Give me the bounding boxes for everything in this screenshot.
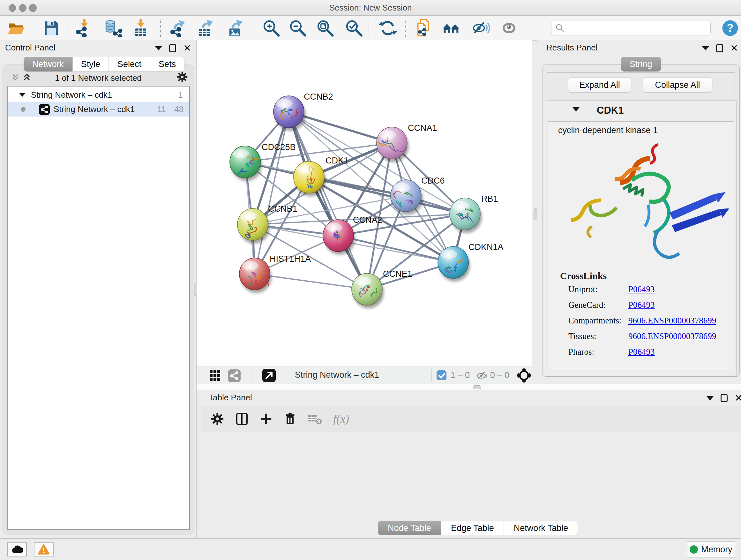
delete-column-icon[interactable] bbox=[283, 412, 297, 426]
string-home-button[interactable] bbox=[442, 18, 461, 38]
eye-icon bbox=[500, 19, 518, 37]
expand-all-button[interactable]: Expand All bbox=[568, 77, 631, 92]
hide-glass-eye-button[interactable] bbox=[472, 18, 491, 38]
network-collection-row[interactable]: String Network – cdk1 1 bbox=[8, 88, 189, 102]
import-network-icon bbox=[74, 19, 93, 37]
glass-eye-button[interactable] bbox=[499, 18, 519, 38]
tab-network[interactable]: Network bbox=[23, 57, 72, 71]
crosslink-value-link[interactable]: 9606.ENSP00000378699 bbox=[628, 316, 716, 326]
tab-network-table[interactable]: Network Table bbox=[504, 521, 578, 535]
zoom-out-button[interactable] bbox=[288, 18, 307, 38]
collection-count: 1 bbox=[179, 90, 183, 100]
svg-text:RB1: RB1 bbox=[481, 194, 498, 204]
tab-style[interactable]: Style bbox=[72, 57, 109, 71]
crosslink-label: Compartments: bbox=[568, 316, 628, 326]
network-node-CDKN1A[interactable] bbox=[438, 246, 470, 282]
tree-collapse-icon[interactable] bbox=[19, 93, 25, 97]
export-network-button[interactable] bbox=[169, 18, 188, 38]
zoom-fit-button[interactable] bbox=[316, 18, 335, 38]
gear-icon[interactable] bbox=[177, 71, 188, 83]
tab-edge-table[interactable]: Edge Table bbox=[441, 521, 504, 535]
import-table-button[interactable] bbox=[131, 18, 151, 38]
show-columns-icon[interactable] bbox=[235, 412, 249, 426]
collapse-entry-icon[interactable] bbox=[572, 107, 580, 111]
network-node-HIST1H1A[interactable] bbox=[239, 258, 272, 293]
table-gear-icon[interactable] bbox=[211, 412, 224, 426]
network-node-CCNE1[interactable] bbox=[352, 273, 384, 308]
selected-count: 1 – 0 bbox=[451, 370, 470, 380]
export-image-button[interactable] bbox=[226, 18, 245, 38]
splitter-handle[interactable] bbox=[473, 385, 481, 389]
open-session-button[interactable] bbox=[6, 18, 25, 38]
network-node-CCNA1[interactable] bbox=[377, 127, 409, 162]
document-share-icon bbox=[415, 19, 433, 37]
network-node-count: 11 bbox=[157, 105, 166, 114]
status-bar: Memory bbox=[0, 538, 741, 560]
network-node-CCNA2[interactable] bbox=[323, 220, 355, 255]
toolbar-separator bbox=[252, 369, 253, 382]
tab-node-table[interactable]: Node Table bbox=[378, 521, 441, 535]
crosslink-label: Uniprot: bbox=[568, 285, 628, 294]
network-node-CDK1[interactable] bbox=[293, 161, 326, 196]
import-network-from-database-button[interactable] bbox=[104, 18, 123, 38]
delete-table-icon bbox=[308, 413, 322, 425]
share-document-button[interactable] bbox=[414, 18, 434, 38]
control-panel-close-icon[interactable]: ✕ bbox=[183, 45, 191, 51]
tab-sets[interactable]: Sets bbox=[150, 57, 185, 71]
table-panel-title: Table Panel bbox=[209, 393, 252, 402]
cloud-button[interactable] bbox=[7, 543, 27, 557]
node-result-name: CDK1 bbox=[597, 105, 623, 116]
table-panel-close-icon[interactable]: ✕ bbox=[735, 395, 741, 401]
memory-button[interactable]: Memory bbox=[687, 542, 735, 557]
network-node-RB1[interactable] bbox=[450, 198, 482, 233]
save-session-button[interactable] bbox=[42, 18, 61, 38]
export-network-icon bbox=[169, 19, 187, 37]
selected-checkbox-icon[interactable] bbox=[436, 370, 447, 380]
tab-select[interactable]: Select bbox=[109, 57, 150, 71]
control-panel-float-icon[interactable] bbox=[169, 44, 176, 52]
birds-eye-view-icon[interactable] bbox=[209, 370, 221, 381]
crosslink-value-link[interactable]: P06493 bbox=[628, 347, 655, 357]
hidden-eye-slash-icon[interactable] bbox=[475, 369, 488, 382]
collapse-all-button[interactable]: Collapse All bbox=[643, 77, 712, 92]
results-panel-float-icon[interactable] bbox=[716, 44, 723, 52]
refresh-button[interactable] bbox=[378, 18, 397, 38]
detach-view-icon[interactable] bbox=[262, 369, 276, 382]
toolbar-separator bbox=[368, 19, 369, 37]
table-panel-float-icon[interactable] bbox=[721, 394, 728, 402]
export-table-button[interactable] bbox=[196, 18, 215, 38]
crosslink-value-link[interactable]: P06493 bbox=[628, 285, 655, 294]
help-button[interactable]: ? bbox=[721, 18, 740, 38]
cloud-icon bbox=[10, 545, 23, 554]
fit-selected-crosshair-icon[interactable] bbox=[517, 368, 531, 382]
search-input[interactable] bbox=[567, 22, 709, 33]
svg-text:CCNB2: CCNB2 bbox=[304, 92, 333, 102]
toolbar-separator bbox=[69, 19, 69, 37]
string-panel-icon[interactable] bbox=[228, 369, 241, 382]
network-canvas[interactable]: CCNB2CCNA1CDC25BCDK1CDC6RB1CCNB1CCNA2CDK… bbox=[197, 40, 532, 367]
horizontal-splitter[interactable] bbox=[197, 384, 741, 390]
zoom-selected-button[interactable] bbox=[344, 18, 363, 38]
network-row[interactable]: String Network – cdk1 11 48 bbox=[8, 102, 189, 117]
results-panel-menu-icon[interactable] bbox=[702, 46, 709, 51]
zoom-in-button[interactable] bbox=[262, 18, 281, 38]
zoom-out-icon bbox=[288, 19, 307, 37]
search-field bbox=[551, 20, 711, 36]
tab-string[interactable]: String bbox=[621, 57, 661, 71]
table-panel-menu-icon[interactable] bbox=[706, 396, 714, 400]
warnings-button[interactable] bbox=[34, 543, 54, 557]
control-panel-menu-icon[interactable] bbox=[155, 46, 162, 51]
string-results-container: Expand All Collapse All CDK1 cyclin-depe… bbox=[542, 64, 740, 377]
add-column-icon[interactable] bbox=[260, 413, 273, 425]
application-window: Session: New Session bbox=[0, 0, 741, 560]
crosslink-value-link[interactable]: P06493 bbox=[628, 300, 655, 310]
svg-text:HIST1H1A: HIST1H1A bbox=[270, 254, 311, 264]
open-folder-icon bbox=[7, 19, 25, 37]
network-node-CDC25B[interactable] bbox=[230, 146, 262, 181]
crosslink-value-link[interactable]: 9606.ENSP00000378699 bbox=[628, 331, 716, 341]
results-panel-close-icon[interactable]: ✕ bbox=[730, 45, 738, 51]
crosslink-row: GeneCard:P06493 bbox=[568, 300, 728, 310]
import-network-button[interactable] bbox=[74, 18, 93, 38]
node-result-header[interactable]: CDK1 bbox=[545, 101, 737, 120]
network-node-CCNB2[interactable] bbox=[273, 96, 306, 131]
